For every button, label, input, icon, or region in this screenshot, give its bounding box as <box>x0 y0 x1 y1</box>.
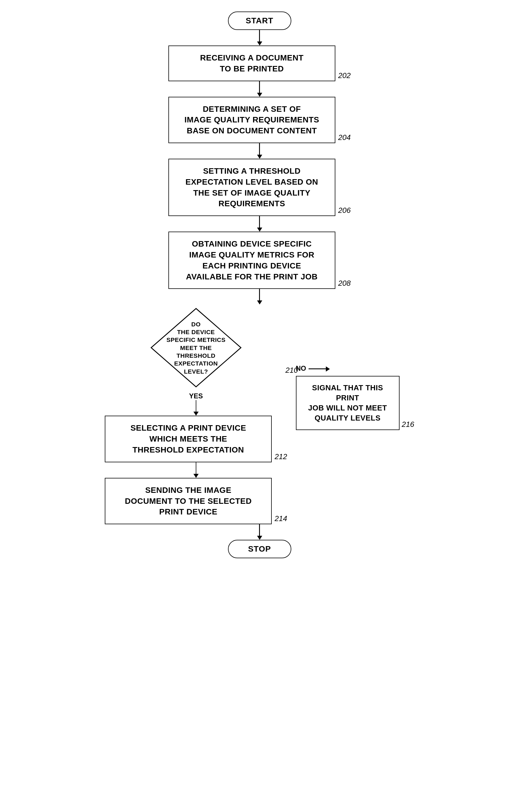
step-208-label: 208 <box>338 279 350 288</box>
step-210-diamond-wrapper: DO THE DEVICE SPECIFIC METRICS MEET THE … <box>147 304 245 391</box>
step-202-label: 202 <box>338 71 350 80</box>
no-arrow-row: NO <box>296 365 330 374</box>
arrow-yes-212 <box>193 400 199 416</box>
arrow-206-208 <box>257 216 262 232</box>
step-208-box: OBTAINING DEVICE SPECIFIC IMAGE QUALITY … <box>169 232 335 289</box>
step-204-box: DETERMINING A SET OF IMAGE QUALITY REQUI… <box>169 97 335 143</box>
arrow-208-210 <box>257 289 262 304</box>
arrow-212-214 <box>193 462 199 478</box>
yes-label: YES <box>189 392 203 400</box>
step-214-label: 214 <box>275 514 287 523</box>
side-branch: NO SIGNAL THAT THIS PRINT JOB WILL NOT M… <box>296 365 414 430</box>
step-216-row: SIGNAL THAT THIS PRINT JOB WILL NOT MEET… <box>296 376 414 430</box>
decision-section: DO THE DEVICE SPECIFIC METRICS MEET THE … <box>116 304 403 524</box>
step-212-label: 212 <box>275 452 287 461</box>
step-202-row: RECEIVING A DOCUMENT TO BE PRINTED 202 <box>116 46 403 81</box>
stop-terminal: STOP <box>228 540 291 558</box>
step-210-label: 210 <box>285 366 298 375</box>
step-212-row: SELECTING A PRINT DEVICE WHICH MEETS THE… <box>105 416 287 462</box>
step-208-row: OBTAINING DEVICE SPECIFIC IMAGE QUALITY … <box>116 232 403 289</box>
step-216-box: SIGNAL THAT THIS PRINT JOB WILL NOT MEET… <box>296 376 400 430</box>
no-horizontal-arrow <box>309 367 330 372</box>
step-206-box: SETTING A THRESHOLD EXPECTATION LEVEL BA… <box>169 159 335 216</box>
step-204-label: 204 <box>338 133 350 142</box>
step-202-box: RECEIVING A DOCUMENT TO BE PRINTED <box>169 46 335 81</box>
start-terminal: START <box>228 11 291 30</box>
arrow-204-206 <box>257 143 262 159</box>
flowchart: START RECEIVING A DOCUMENT TO BE PRINTED… <box>116 11 403 558</box>
step-214-row: SENDING THE IMAGE DOCUMENT TO THE SELECT… <box>105 478 287 524</box>
arrow-214-stop <box>257 524 262 540</box>
step-204-row: DETERMINING A SET OF IMAGE QUALITY REQUI… <box>116 97 403 143</box>
arrow-start-202 <box>257 30 262 46</box>
step-206-label: 206 <box>338 206 350 215</box>
step-210-diamond-text: DO THE DEVICE SPECIFIC METRICS MEET THE … <box>164 320 228 375</box>
step-212-box: SELECTING A PRINT DEVICE WHICH MEETS THE… <box>105 416 272 462</box>
step-206-row: SETTING A THRESHOLD EXPECTATION LEVEL BA… <box>116 159 403 216</box>
arrow-202-204 <box>257 81 262 97</box>
step-214-box: SENDING THE IMAGE DOCUMENT TO THE SELECT… <box>105 478 272 524</box>
step-216-label: 216 <box>402 420 414 429</box>
decision-left: DO THE DEVICE SPECIFIC METRICS MEET THE … <box>105 304 287 524</box>
